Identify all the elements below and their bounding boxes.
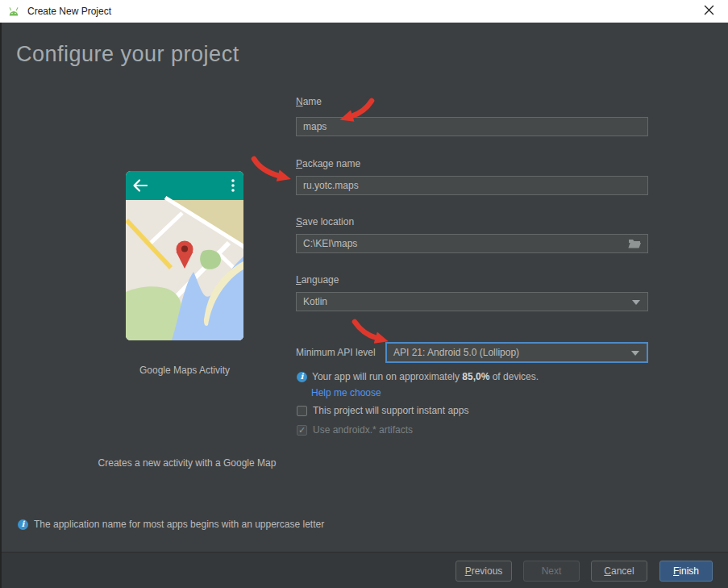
info-icon: [297, 372, 307, 382]
min-api-select[interactable]: API 21: Android 5.0 (Lollipop): [385, 342, 648, 363]
page-title: Configure your project: [16, 42, 239, 67]
help-me-choose-link[interactable]: Help me choose: [311, 387, 381, 398]
min-api-label: Minimum API level: [296, 347, 376, 358]
name-input[interactable]: maps: [296, 117, 648, 136]
close-icon: [704, 5, 714, 18]
cancel-button[interactable]: Cancel: [591, 561, 647, 582]
language-select[interactable]: Kotlin: [296, 292, 648, 311]
dialog-body: Configure your project: [0, 23, 728, 588]
validation-info-row: The application name for most apps begin…: [18, 519, 324, 530]
save-location-label: Save location: [296, 216, 354, 227]
template-name: Google Maps Activity: [126, 365, 243, 376]
validation-info-text: The application name for most apps begin…: [34, 519, 324, 530]
api-info-row: Your app will run on approximately 85,0%…: [297, 371, 539, 382]
chevron-down-icon: [631, 351, 639, 356]
arrow-name-field: [352, 101, 372, 116]
close-button[interactable]: [699, 2, 718, 20]
template-preview-card: [126, 171, 243, 340]
androidx-label: Use androidx.* artifacts: [313, 424, 413, 436]
checkbox-unchecked-icon[interactable]: [297, 406, 307, 416]
arrow-package-field: [254, 159, 279, 176]
overflow-menu-icon: [231, 179, 235, 192]
language-label: Language: [296, 274, 339, 286]
instant-apps-label: This project will support instant apps: [313, 405, 468, 416]
checkbox-checked-icon: ✓: [297, 425, 307, 436]
template-description: Creates a new activity with a Google Map: [2, 457, 372, 469]
footer-bar: Previous Next Cancel Finish: [2, 552, 728, 588]
arrow-api-select: [355, 322, 376, 338]
folder-browse-icon[interactable]: [628, 239, 641, 251]
name-label: Name: [296, 96, 322, 107]
info-icon: [18, 519, 28, 530]
chevron-down-icon: [632, 300, 640, 305]
android-icon: [6, 5, 23, 18]
instant-apps-checkbox-row[interactable]: This project will support instant apps: [297, 405, 468, 416]
save-location-input[interactable]: C:\KEI\maps: [296, 234, 648, 253]
api-info-text: Your app will run on approximately 85,0%…: [312, 371, 539, 382]
window-title: Create New Project: [27, 6, 111, 17]
finish-button[interactable]: Finish: [659, 561, 713, 582]
package-name-input[interactable]: ru.yotc.maps: [296, 176, 648, 195]
package-name-label: Package name: [296, 158, 360, 169]
window-titlebar: Create New Project: [0, 0, 728, 23]
map-illustration: [126, 198, 243, 340]
previous-button[interactable]: Previous: [456, 561, 512, 582]
next-button[interactable]: Next: [523, 561, 580, 582]
androidx-checkbox-row: ✓ Use androidx.* artifacts: [297, 424, 413, 436]
